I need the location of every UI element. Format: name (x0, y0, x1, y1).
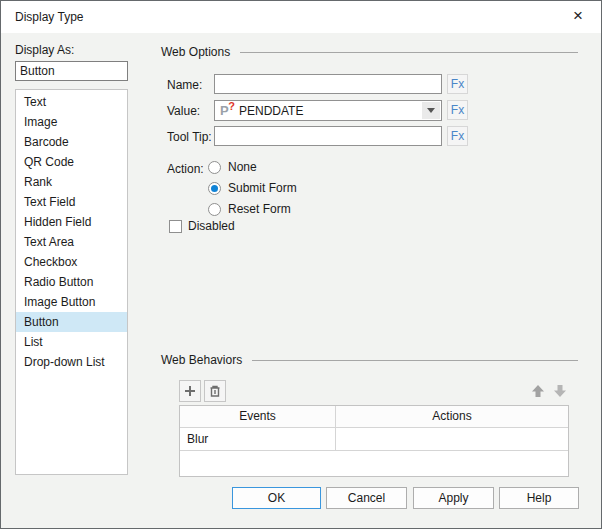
arrow-down-icon (552, 383, 568, 399)
disabled-label: Disabled (188, 219, 235, 233)
list-item-list[interactable]: List (16, 332, 127, 352)
list-item-radio-button[interactable]: Radio Button (16, 272, 127, 292)
list-item-image-button[interactable]: Image Button (16, 292, 127, 312)
web-behaviors-title: Web Behaviors (161, 353, 242, 367)
plus-icon (183, 384, 197, 398)
list-item-text-area[interactable]: Text Area (16, 232, 127, 252)
radio-submit-form-circle[interactable] (208, 182, 221, 195)
list-item-image[interactable]: Image (16, 112, 127, 132)
trash-icon (208, 384, 222, 398)
list-item-drop-down-list[interactable]: Drop-down List (16, 352, 127, 372)
list-item-hidden-field[interactable]: Hidden Field (16, 212, 127, 232)
disabled-checkbox[interactable] (169, 220, 182, 233)
tooltip-label: Tool Tip: (167, 130, 212, 144)
ok-button[interactable]: OK (232, 487, 321, 509)
disabled-checkbox-row[interactable]: Disabled (169, 218, 235, 234)
list-item-checkbox[interactable]: Checkbox (16, 252, 127, 272)
apply-button[interactable]: Apply (413, 487, 494, 509)
add-behavior-button[interactable] (179, 380, 201, 402)
display-as-label: Display As: (15, 43, 74, 57)
display-type-dialog: Display Type × Display As: Text Image Ba… (0, 0, 602, 529)
radio-submit-form-label: Submit Form (228, 181, 297, 195)
delete-behavior-button[interactable] (204, 380, 226, 402)
table-row[interactable]: Blur (180, 428, 568, 451)
parameter-icon: P? (218, 103, 234, 119)
tooltip-input[interactable] (214, 126, 442, 146)
move-down-button[interactable] (550, 380, 570, 402)
name-input[interactable] (214, 74, 442, 94)
web-options-header: Web Options (161, 45, 578, 59)
radio-none-label: None (228, 160, 257, 174)
value-dropdown[interactable]: P? PENDDATE (214, 100, 442, 121)
list-item-button-selected[interactable]: Button (16, 312, 127, 332)
radio-none[interactable]: None (208, 157, 257, 177)
events-column-header: Events (180, 406, 336, 427)
cancel-button[interactable]: Cancel (326, 487, 407, 509)
web-behaviors-divider (252, 360, 578, 361)
list-item-barcode[interactable]: Barcode (16, 132, 127, 152)
value-label: Value: (167, 104, 200, 118)
arrow-up-icon (530, 383, 546, 399)
name-label: Name: (167, 78, 202, 92)
behaviors-table: Events Actions Blur (179, 405, 569, 477)
radio-submit-form[interactable]: Submit Form (208, 178, 297, 198)
radio-none-circle[interactable] (208, 161, 221, 174)
event-cell[interactable]: Blur (180, 428, 336, 450)
list-item-rank[interactable]: Rank (16, 172, 127, 192)
list-item-text-field[interactable]: Text Field (16, 192, 127, 212)
web-options-title: Web Options (161, 45, 230, 59)
radio-reset-form[interactable]: Reset Form (208, 199, 291, 219)
behaviors-table-header: Events Actions (180, 406, 568, 428)
actions-column-header: Actions (336, 406, 568, 427)
dialog-title: Display Type (15, 1, 83, 33)
value-fx-button[interactable]: Fx (447, 100, 468, 120)
close-icon[interactable]: × (567, 1, 589, 33)
value-dropdown-text: PENDDATE (239, 104, 303, 118)
list-item-qr-code[interactable]: QR Code (16, 152, 127, 172)
web-behaviors-header: Web Behaviors (161, 353, 578, 367)
radio-reset-form-label: Reset Form (228, 202, 291, 216)
list-item-text[interactable]: Text (16, 92, 127, 112)
name-fx-button[interactable]: Fx (447, 74, 468, 94)
display-as-list[interactable]: Text Image Barcode QR Code Rank Text Fie… (15, 89, 128, 475)
web-options-divider (240, 52, 578, 53)
tooltip-fx-button[interactable]: Fx (447, 126, 468, 146)
title-bar: Display Type × (1, 1, 601, 33)
action-cell[interactable] (336, 428, 568, 450)
move-up-button[interactable] (528, 380, 548, 402)
action-label: Action: (167, 162, 204, 176)
display-as-input[interactable] (15, 61, 128, 81)
radio-reset-form-circle[interactable] (208, 203, 221, 216)
chevron-down-icon[interactable] (422, 102, 440, 119)
help-button[interactable]: Help (499, 487, 579, 509)
